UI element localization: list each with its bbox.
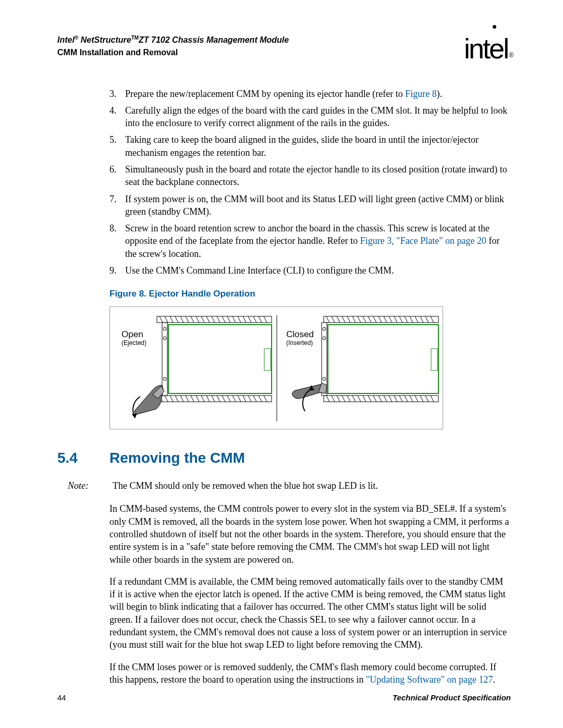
page-footer: 44 Technical Product Specification (57, 693, 511, 703)
doc-title: Intel® NetStructureTMZT 7102 Chassis Man… (57, 34, 289, 46)
install-steps-list: Prepare the new/replacement CMM by openi… (109, 88, 511, 277)
fig-right-sub: (Inserted) (286, 339, 313, 347)
svg-point-100 (323, 337, 326, 340)
figure-ejector-handle: Open (Ejected) (109, 306, 443, 429)
install-step: If system power is on, the CMM will boot… (109, 193, 511, 218)
svg-point-49 (163, 337, 166, 340)
svg-marker-51 (132, 413, 137, 418)
link-updating-software[interactable]: "Updating Software" on page 127 (366, 674, 493, 685)
fig-right-label: Closed (286, 329, 314, 339)
page-number: 44 (57, 693, 66, 703)
svg-point-101 (323, 377, 326, 380)
body-paragraph-1: In CMM-based systems, the CMM controls p… (109, 502, 511, 565)
svg-rect-45 (168, 325, 272, 393)
fig-left-label: Open (121, 329, 143, 339)
svg-point-99 (323, 327, 326, 330)
svg-point-48 (163, 327, 166, 330)
footer-spec: Technical Product Specification (393, 693, 511, 703)
svg-rect-47 (162, 323, 167, 396)
section-heading-row: 5.4 Removing the CMM (57, 448, 511, 468)
note-body: The CMM should only be removed when the … (113, 479, 378, 492)
body-paragraph-3: If the CMM loses power or is removed sud… (109, 661, 511, 686)
intel-logo: intel® (464, 38, 511, 60)
cross-reference-link[interactable]: Figure 8 (405, 89, 437, 99)
install-step: Carefully align the edges of the board w… (109, 104, 511, 130)
svg-point-50 (163, 377, 166, 380)
install-step: Use the CMM's Command Line Interface (CL… (109, 264, 511, 277)
figure-caption: Figure 8. Ejector Handle Operation (57, 288, 511, 300)
install-step: Taking care to keep the board aligned in… (109, 133, 511, 159)
page-header: Intel® NetStructureTMZT 7102 Chassis Man… (57, 34, 511, 58)
fig-left-sub: (Ejected) (121, 339, 146, 347)
section-number: 5.4 (57, 448, 109, 468)
install-step: Screw in the board retention screw to an… (109, 222, 511, 260)
cross-reference-link[interactable]: Figure 3, "Face Plate" on page 20 (360, 236, 486, 246)
note-label: Note: (58, 479, 89, 492)
body-paragraph-2: If a redundant CMM is available, the CMM… (109, 575, 511, 651)
note-block: Note: The CMM should only be removed whe… (57, 478, 379, 493)
svg-rect-96 (328, 325, 438, 393)
body-paragraph-3-post: . (493, 674, 496, 685)
svg-rect-46 (264, 349, 271, 371)
section-title: Removing the CMM (109, 448, 245, 468)
install-step: Prepare the new/replacement CMM by openi… (109, 88, 511, 100)
install-step: Simultaneously push in the board and rot… (109, 163, 511, 189)
svg-rect-97 (431, 349, 437, 371)
doc-subtitle: CMM Installation and Removal (57, 47, 289, 58)
